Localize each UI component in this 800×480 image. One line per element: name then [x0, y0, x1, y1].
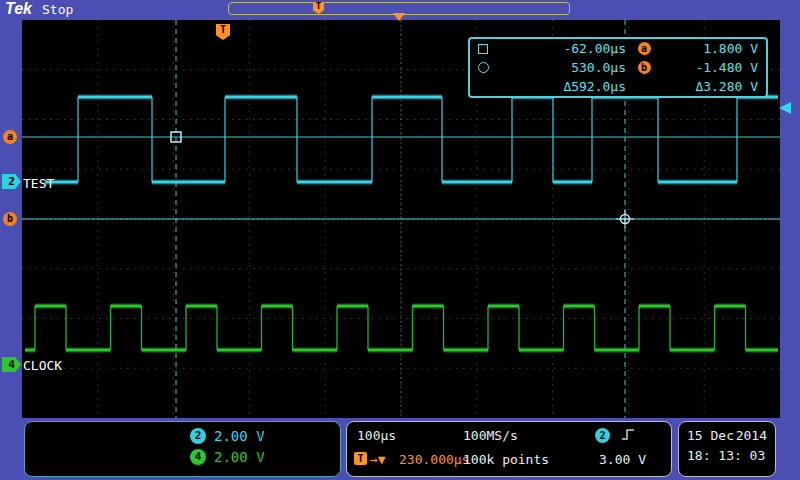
channel-4-label: CLOCK: [23, 358, 62, 373]
cursor-a-voltage: 1.800 V: [662, 41, 758, 56]
cursor-row-delta: Δ592.0µs Δ3.280 V: [470, 77, 766, 96]
record-trigger-marker-icon[interactable]: T: [313, 2, 324, 14]
cursor-b-voltage: -1.480 V: [662, 60, 758, 75]
channel-2-label: TEST: [23, 176, 54, 191]
cursor-b-level-badge[interactable]: b: [3, 212, 17, 226]
date-year: 2014: [736, 428, 767, 443]
record-length-readout: 100k points: [463, 452, 549, 467]
channel-2-scale: 2.00 V: [214, 428, 265, 444]
cursor1-time: -62.00µs: [498, 41, 626, 56]
channel-2-position-marker[interactable]: 2: [2, 174, 21, 189]
channel-4-scale: 2.00 V: [214, 449, 265, 465]
cursor-readout-panel: -62.00µs a 1.800 V 530.0µs b -1.480 V Δ5…: [468, 37, 768, 98]
clock-time: 18: 13: 03: [687, 448, 765, 463]
trigger-delay-arrow-icon: →▼: [370, 452, 386, 467]
acquisition-status: Stop: [42, 2, 73, 17]
trigger-delay-readout[interactable]: 230.000µs: [399, 452, 469, 467]
cursor2-time: 530.0µs: [498, 60, 626, 75]
sample-rate-readout: 100MS/s: [463, 428, 518, 443]
cursor2-circle-icon: [478, 62, 489, 73]
cursor-b-badge: b: [638, 61, 651, 74]
channel-2-badge: 2: [190, 428, 206, 444]
trigger-slope-icon: [621, 427, 635, 446]
timebase-readout[interactable]: 100µs: [357, 428, 396, 443]
channel-4-position-marker[interactable]: 4: [2, 357, 21, 372]
cursor-delta-time: Δ592.0µs: [498, 79, 626, 94]
datetime-panel: 15 Dec 2014 18: 13: 03: [678, 421, 776, 477]
cursor-row-1: -62.00µs a 1.800 V: [470, 39, 766, 58]
vertical-scale-panel: 2 2.00 V 4 2.00 V: [24, 421, 341, 477]
cursor1-square-icon: [478, 44, 488, 54]
channel-4-scale-row[interactable]: 4 2.00 V: [25, 449, 340, 465]
tek-logo: Tek: [5, 0, 32, 18]
date-day: 15 Dec: [687, 428, 734, 443]
time-row: 18: 13: 03: [679, 448, 775, 463]
trigger-level-readout[interactable]: 3.00 V: [599, 452, 646, 467]
trigger-source-badge[interactable]: 2: [595, 428, 610, 443]
channel-4-badge: 4: [190, 449, 206, 465]
cursor-row-2: 530.0µs b -1.480 V: [470, 58, 766, 77]
cursor-delta-voltage: Δ3.280 V: [662, 79, 758, 94]
trigger-level-arrow-icon[interactable]: [779, 102, 791, 114]
date-row: 15 Dec 2014: [679, 428, 775, 443]
channel-2-scale-row[interactable]: 2 2.00 V: [25, 428, 340, 444]
cursor-a-level-badge[interactable]: a: [3, 130, 17, 144]
horizontal-trigger-panel: 100µs 100MS/s 2 T →▼ 230.000µs 100k poin…: [346, 421, 672, 477]
oscilloscope-screen: { "header": { "logo": "Tek", "status": "…: [0, 0, 800, 480]
expansion-point-icon: [393, 13, 405, 21]
trigger-delay-badge: T: [354, 452, 367, 465]
cursor-a-badge: a: [638, 42, 651, 55]
